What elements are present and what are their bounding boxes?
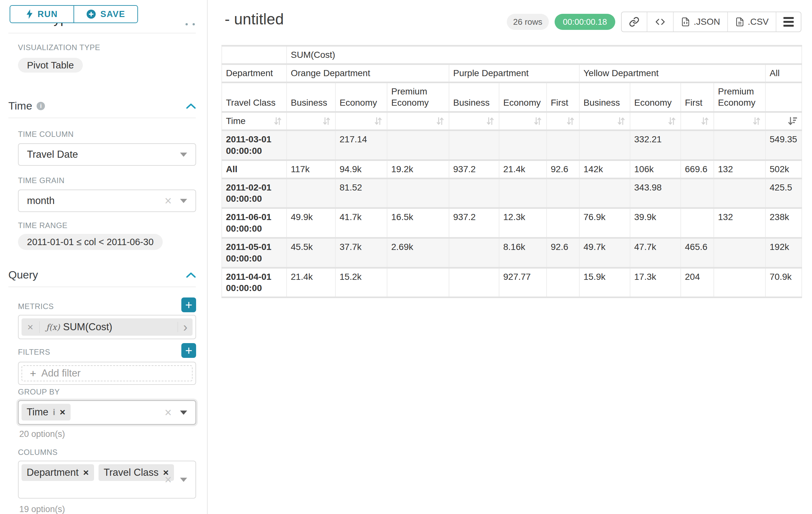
value-cell xyxy=(547,208,579,238)
run-button[interactable]: RUN xyxy=(10,6,74,23)
corner-cell xyxy=(222,46,287,64)
table-row: 2011-05-01 00:00:0045.5k37.7k2.69k8.16k9… xyxy=(222,238,802,268)
action-buttons: RUN SAVE xyxy=(10,5,138,23)
value-cell: 238k xyxy=(765,208,802,238)
chart-area: - untitled 26 rows 00:00:00.18 .JSON .CS… xyxy=(208,0,812,514)
value-cell xyxy=(287,178,336,208)
table-row: 2011-03-01 00:00:00217.14332.21549.35 xyxy=(222,130,802,160)
add-filter-button[interactable]: + xyxy=(181,343,196,358)
time-grain-select[interactable]: month × xyxy=(18,190,196,212)
value-cell: 21.4k xyxy=(499,160,547,178)
value-cell xyxy=(681,208,714,238)
chevron-right-icon[interactable]: › xyxy=(177,322,193,332)
row-header: All xyxy=(222,160,287,178)
value-cell xyxy=(714,130,765,160)
export-json-button[interactable]: .JSON xyxy=(673,12,727,31)
divider xyxy=(8,117,196,118)
value-cell: 937.2 xyxy=(449,160,499,178)
dot-icon xyxy=(193,23,195,25)
sort-icon[interactable] xyxy=(533,116,543,126)
add-metric-button[interactable]: + xyxy=(181,297,196,312)
row-header: 2011-04-01 00:00:00 xyxy=(222,268,287,297)
clear-icon[interactable]: × xyxy=(165,474,172,486)
columns-label: COLUMNS xyxy=(18,448,58,457)
value-cell: 425.5 xyxy=(765,178,802,208)
remove-chip-icon[interactable]: × xyxy=(83,467,89,478)
menu-button[interactable] xyxy=(776,12,801,31)
col-dim-label: Travel Class xyxy=(222,82,287,112)
embed-code-button[interactable] xyxy=(647,12,673,31)
value-cell xyxy=(287,130,336,160)
row-header: 2011-02-01 00:00:00 xyxy=(222,178,287,208)
chevron-up-icon[interactable] xyxy=(186,272,196,278)
sort-icon[interactable] xyxy=(566,116,575,126)
columns-select[interactable]: Department × Travel Class × × xyxy=(18,461,196,498)
group-by-chip[interactable]: Time i × xyxy=(22,404,70,421)
value-cell: 39.9k xyxy=(630,208,681,238)
time-column-select[interactable]: Travel Date xyxy=(18,143,196,166)
value-cell: 549.35 xyxy=(765,130,802,160)
caret-down-icon[interactable] xyxy=(180,153,187,157)
department-header: Yellow Department xyxy=(579,64,765,82)
value-cell xyxy=(387,130,449,160)
sort-desc-icon[interactable] xyxy=(788,116,798,126)
export-toolbar: .JSON .CSV xyxy=(621,11,802,32)
value-cell: 94.9k xyxy=(336,160,387,178)
time-column-label: TIME COLUMN xyxy=(18,130,74,139)
table-row: 2011-06-01 00:00:0049.9k41.7k16.5k937.21… xyxy=(222,208,802,238)
caret-down-icon[interactable] xyxy=(180,410,187,415)
value-cell: 117k xyxy=(287,160,336,178)
value-cell xyxy=(547,130,579,160)
clear-icon[interactable]: × xyxy=(165,406,172,418)
row-header: 2011-05-01 00:00:00 xyxy=(222,238,287,268)
group-by-label: GROUP BY xyxy=(18,387,60,397)
value-cell: 41.7k xyxy=(336,208,387,238)
columns-chip[interactable]: Department × xyxy=(22,464,94,481)
caret-down-icon[interactable] xyxy=(180,478,187,482)
sort-icon[interactable] xyxy=(373,116,383,126)
code-icon xyxy=(655,17,666,27)
sort-icon[interactable] xyxy=(322,116,331,126)
row-dim-label: Time xyxy=(226,115,245,127)
remove-chip-icon[interactable]: × xyxy=(60,407,65,417)
export-csv-button[interactable]: .CSV xyxy=(727,12,776,31)
sort-icon[interactable] xyxy=(273,116,283,126)
value-cell: 12.3k xyxy=(499,208,547,238)
columns-options-hint: 19 option(s) xyxy=(19,504,65,514)
travel-class-header: Economy xyxy=(499,82,547,112)
add-filter-dropzone[interactable]: + Add filter xyxy=(22,365,193,381)
metric-chip[interactable]: × ƒ(x) SUM(Cost) › xyxy=(22,318,193,336)
group-by-select[interactable]: Time i × × xyxy=(18,400,196,425)
link-icon xyxy=(629,17,640,27)
plus-icon: + xyxy=(30,367,36,380)
plus-circle-icon xyxy=(86,9,96,19)
value-cell: 106k xyxy=(630,160,681,178)
save-button[interactable]: SAVE xyxy=(74,6,137,23)
share-link-button[interactable] xyxy=(622,12,647,31)
sort-icon[interactable] xyxy=(485,116,495,126)
department-header: Orange Department xyxy=(287,64,449,82)
file-code-icon xyxy=(681,17,690,27)
sort-icon[interactable] xyxy=(667,116,676,126)
hamburger-icon xyxy=(783,17,794,27)
clear-icon[interactable]: × xyxy=(165,195,172,207)
value-cell: 927.77 xyxy=(499,268,547,297)
columns-chip[interactable]: Travel Class × xyxy=(98,464,174,481)
query-section-header: Query xyxy=(8,269,196,281)
sort-icon[interactable] xyxy=(752,116,761,126)
value-cell: 15.9k xyxy=(579,268,630,297)
caret-down-icon[interactable] xyxy=(180,199,187,203)
chevron-up-icon[interactable] xyxy=(186,103,196,109)
metric-header: SUM(Cost) xyxy=(287,46,802,64)
viz-type-value[interactable]: Pivot Table xyxy=(18,58,83,73)
time-range-label: TIME RANGE xyxy=(18,221,67,230)
sort-icon[interactable] xyxy=(435,116,445,126)
sort-icon[interactable] xyxy=(616,116,626,126)
value-cell: 217.14 xyxy=(336,130,387,160)
time-range-value[interactable]: 2011-01-01 ≤ col < 2011-06-30 xyxy=(18,234,163,250)
value-cell xyxy=(714,238,765,268)
sort-icon[interactable] xyxy=(700,116,709,126)
remove-metric-icon[interactable]: × xyxy=(22,321,40,333)
divider xyxy=(8,33,196,33)
sort-row: Time xyxy=(222,112,802,130)
